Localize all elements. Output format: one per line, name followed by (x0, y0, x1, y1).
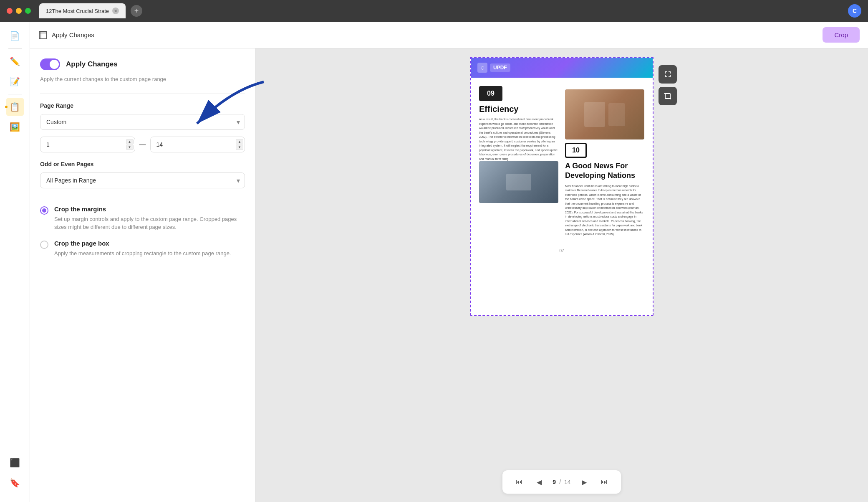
odd-even-label: Odd or Even Pages (40, 161, 245, 167)
range-end-up-button[interactable]: ▲ (236, 139, 243, 144)
range-start-up-button[interactable]: ▲ (126, 139, 134, 144)
current-page-display: 9 (553, 479, 556, 485)
sidebar-item-bookmark[interactable]: 🔖 (6, 474, 24, 492)
crop-page-box-description: Apply the measurements of cropping recta… (54, 249, 231, 258)
odd-even-select[interactable]: All Pages in Range Odd Pages Only Even P… (40, 172, 245, 188)
panel-divider-2 (40, 197, 245, 197)
apply-changes-toggle-row: Apply Changes (40, 58, 245, 70)
range-end-down-button[interactable]: ▼ (236, 145, 243, 150)
sidebar-item-document[interactable]: 📄 (6, 27, 24, 45)
radio-section: Crop the margins Set up margin controls … (40, 205, 245, 258)
range-end-spinners: ▲ ▼ (236, 139, 243, 150)
sidebar-item-layers[interactable]: ⬛ (6, 454, 24, 472)
pdf-left-column: 09 Efficiency As a result, the bank's co… (479, 86, 558, 237)
crop-page-box-radio[interactable] (40, 241, 48, 249)
apply-changes-label: Apply Changes (66, 60, 118, 68)
sidebar-item-organize[interactable]: 📋 (6, 98, 24, 116)
page-navigation: ⏮ ◀ 9 / 14 ▶ ⏭ (502, 470, 621, 494)
range-end-wrapper: ▲ ▼ (150, 137, 245, 152)
pdf-page: ⬡ UPDF 09 Efficiency As a result, the ba… (470, 57, 654, 316)
range-start-down-button[interactable]: ▼ (126, 145, 134, 150)
section-09-text: As a result, the bank's conventional doc… (479, 117, 558, 161)
range-start-input[interactable] (40, 137, 135, 152)
crop-page-box-content: Crop the page box Apply the measurements… (54, 240, 231, 258)
apply-changes-description: Apply the current changes to the custom … (40, 75, 245, 84)
pdf-preview-area: ⬡ UPDF 09 Efficiency As a result, the ba… (255, 48, 868, 502)
page-info: 9 / 14 (553, 479, 570, 485)
close-traffic-light[interactable] (7, 8, 13, 14)
crop-margins-description: Set up margin controls and apply to the … (54, 215, 245, 231)
minimize-traffic-light[interactable] (16, 8, 22, 14)
sidebar-item-stamp[interactable]: 🖼️ (6, 118, 24, 136)
pdf-container: ⬡ UPDF 09 Efficiency As a result, the ba… (470, 57, 654, 464)
svg-rect-0 (39, 31, 47, 39)
sidebar-divider-2 (8, 94, 22, 94)
crop-button[interactable]: Crop (823, 27, 860, 43)
traffic-lights (7, 8, 31, 14)
last-page-button[interactable]: ⏭ (598, 475, 611, 489)
crop-margins-title: Crop the margins (54, 205, 245, 213)
expand-tool-button[interactable] (659, 65, 677, 84)
toggle-knob (50, 60, 59, 69)
section-10-image (565, 89, 644, 139)
panel-divider-1 (40, 94, 245, 94)
tab-label: 12The Most Crucial Strate (46, 8, 109, 14)
odd-even-select-wrapper: All Pages in Range Odd Pages Only Even P… (40, 172, 245, 188)
maximize-traffic-light[interactable] (25, 8, 31, 14)
tab-close-button[interactable]: ✕ (112, 8, 119, 14)
section-09-badge: 09 (479, 86, 502, 101)
new-tab-button[interactable]: + (131, 5, 142, 17)
apply-changes-toggle[interactable] (40, 58, 60, 70)
section-10-title: A Good News For Developing Nations (565, 161, 644, 181)
pdf-header-bar: ⬡ UPDF (471, 58, 653, 78)
sidebar-item-edit[interactable]: ✏️ (6, 52, 24, 71)
pdf-right-column: 10 A Good News For Developing Nations Mo… (565, 86, 644, 237)
page-range-select-wrapper: Custom All Pages Current Page ▾ (40, 114, 245, 130)
crop-tool-button[interactable] (659, 87, 677, 105)
pdf-page-number-display: 07 (471, 245, 653, 256)
range-start-wrapper: ▲ ▼ (40, 137, 135, 152)
first-page-button[interactable]: ⏮ (512, 475, 526, 489)
crop-margins-content: Crop the margins Set up margin controls … (54, 205, 245, 231)
page-range-label: Page Range (40, 102, 245, 109)
next-page-button[interactable]: ▶ (578, 475, 591, 489)
total-pages-display: 14 (564, 479, 571, 485)
pdf-content-grid: 09 Efficiency As a result, the bank's co… (471, 78, 653, 245)
sidebar: 📄 ✏️ 📝 📋 🖼️ ⬛ 🔖 (0, 22, 30, 502)
settings-panel: Apply Changes Apply the current changes … (30, 48, 255, 502)
app-body: 📄 ✏️ 📝 📋 🖼️ ⬛ 🔖 Apply Changes Crop (0, 22, 868, 502)
range-start-spinners: ▲ ▼ (126, 139, 134, 150)
range-dash: — (139, 141, 146, 148)
page-range-inputs-row: ▲ ▼ — ▲ ▼ (40, 137, 245, 152)
sidebar-divider-1 (8, 48, 22, 49)
titlebar: 12The Most Crucial Strate ✕ + C (0, 0, 868, 22)
crop-page-box-option[interactable]: Crop the page box Apply the measurements… (40, 240, 245, 258)
toolbar-title-area: Apply Changes (38, 30, 94, 40)
crop-page-box-title: Crop the page box (54, 240, 231, 247)
section-09-title: Efficiency (479, 104, 558, 114)
user-avatar[interactable]: C (848, 4, 861, 18)
crop-margins-option[interactable]: Crop the margins Set up margin controls … (40, 205, 245, 231)
crop-margins-radio[interactable] (40, 206, 48, 215)
svg-rect-4 (665, 94, 670, 99)
pdf-tools-panel (659, 65, 677, 105)
toolbar: Apply Changes Crop (30, 22, 868, 48)
section-10-badge: 10 (565, 143, 587, 158)
section-10-text: Most financial institutions are willing … (565, 184, 644, 237)
section-09-image (479, 161, 558, 203)
toolbar-title-text: Apply Changes (52, 31, 94, 38)
updf-logo: UPDF (490, 63, 510, 72)
prev-page-button[interactable]: ◀ (532, 475, 546, 489)
crop-icon (38, 30, 48, 40)
page-range-select[interactable]: Custom All Pages Current Page (40, 114, 245, 130)
main-content: Apply Changes Apply the current changes … (30, 48, 868, 502)
sidebar-item-comment[interactable]: 📝 (6, 72, 24, 91)
range-end-input[interactable] (150, 137, 245, 152)
browser-tab[interactable]: 12The Most Crucial Strate ✕ (39, 3, 126, 18)
